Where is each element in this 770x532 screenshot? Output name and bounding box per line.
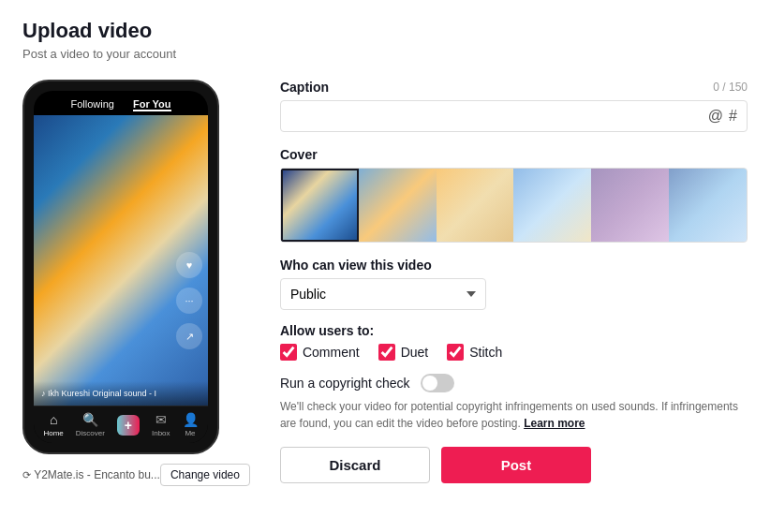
right-panel: Caption 0 / 150 @ # Cover [280, 80, 748, 483]
cover-frame-4[interactable] [591, 169, 669, 242]
phone-nav-add[interactable]: + [117, 415, 140, 436]
allow-label: Allow users to: [280, 323, 748, 338]
action-buttons: Discard Post [280, 447, 748, 483]
who-view-dropdown[interactable]: Public Friends Private [280, 278, 486, 310]
phone-right-icons: ♥ ··· ↗ [176, 252, 202, 349]
allow-comment[interactable]: Comment [280, 344, 360, 361]
char-count: 0 / 150 [713, 81, 748, 94]
who-view-label: Who can view this video [280, 258, 748, 273]
change-video-button[interactable]: Change video [160, 464, 250, 486]
phone-mockup: Following For You ♥ ··· ↗ ♪ Ikh Kureshi … [22, 80, 219, 454]
copyright-header: Run a copyright check [280, 374, 748, 392]
cover-frame-5[interactable] [669, 169, 747, 242]
phone-video-overlay: ♪ Ikh Kureshi Original sound - I [34, 381, 208, 406]
clock-icon: ⟳ [22, 469, 31, 480]
phone-video-area: ♥ ··· ↗ ♪ Ikh Kureshi Original sound - I [34, 115, 208, 406]
phone-screen: Following For You ♥ ··· ↗ ♪ Ikh Kureshi … [34, 91, 208, 443]
phone-nav-home-label: Home [43, 429, 63, 437]
cover-label: Cover [280, 147, 748, 162]
copyright-section: Run a copyright check We'll check your v… [280, 374, 748, 432]
duet-checkbox[interactable] [378, 344, 395, 361]
phone-nav-for-you: For You [133, 98, 171, 111]
discover-icon: 🔍 [82, 412, 98, 427]
profile-icon: 👤 [183, 412, 199, 427]
caption-icons: @ # [699, 108, 747, 125]
phone-bottom-bar: ⌂ Home 🔍 Discover + ✉ Inbox 👤 Me [34, 406, 208, 443]
cover-frame-0[interactable] [281, 169, 359, 242]
page-subtitle: Post a video to your account [22, 47, 748, 61]
phone-nav-home: ⌂ Home [43, 412, 63, 437]
discard-button[interactable]: Discard [280, 447, 430, 483]
copyright-description: We'll check your video for potential cop… [280, 398, 748, 432]
stitch-label: Stitch [469, 345, 502, 360]
phone-nav-me: 👤 Me [183, 412, 199, 437]
hash-icon[interactable]: # [729, 108, 737, 125]
caption-label-row: Caption 0 / 150 [280, 80, 748, 95]
video-filename: ⟳ Y2Mate.is - Encanto bu... [22, 468, 160, 481]
caption-label: Caption [280, 80, 329, 95]
duet-label: Duet [401, 345, 429, 360]
phone-nav-me-label: Me [185, 429, 195, 437]
cover-section: Cover [280, 147, 748, 243]
comment-label: Comment [303, 345, 360, 360]
allow-stitch[interactable]: Stitch [447, 344, 502, 361]
phone-song-info: ♪ Ikh Kureshi Original sound - I [41, 389, 200, 398]
page-title: Upload video [22, 19, 748, 43]
cover-frame-2[interactable] [437, 169, 514, 242]
cover-frame-1[interactable] [359, 169, 437, 242]
phone-nav-inbox-label: Inbox [152, 429, 170, 437]
comment-checkbox[interactable] [280, 344, 297, 361]
allow-section: Allow users to: Comment Duet Stitch [280, 323, 748, 361]
phone-heart-icon: ♥ [176, 252, 202, 278]
phone-comment-icon: ··· [176, 288, 202, 314]
copyright-label: Run a copyright check [280, 376, 410, 391]
post-button[interactable]: Post [441, 447, 591, 483]
caption-input[interactable] [281, 101, 699, 131]
phone-share-icon: ↗ [176, 323, 202, 349]
caption-input-wrap: @ # [280, 100, 748, 132]
cover-frame-3[interactable] [513, 169, 591, 242]
copyright-toggle[interactable] [421, 374, 454, 392]
who-view-section: Who can view this video Public Friends P… [280, 258, 748, 310]
phone-column: Following For You ♥ ··· ↗ ♪ Ikh Kureshi … [22, 80, 250, 486]
home-icon: ⌂ [50, 412, 57, 427]
phone-nav-inbox: ✉ Inbox [152, 412, 170, 437]
stitch-checkbox[interactable] [447, 344, 464, 361]
at-icon[interactable]: @ [708, 108, 723, 125]
cover-strip[interactable] [280, 168, 748, 243]
allow-options: Comment Duet Stitch [280, 344, 748, 361]
phone-top-bar: Following For You [34, 91, 208, 115]
learn-more-link[interactable]: Learn more [524, 417, 585, 430]
phone-label-row: ⟳ Y2Mate.is - Encanto bu... Change video [22, 464, 250, 486]
phone-nav-discover: 🔍 Discover [76, 412, 105, 437]
phone-nav-following: Following [70, 98, 113, 111]
allow-duet[interactable]: Duet [378, 344, 429, 361]
phone-nav-discover-label: Discover [76, 429, 105, 437]
main-layout: Following For You ♥ ··· ↗ ♪ Ikh Kureshi … [22, 80, 748, 486]
inbox-icon: ✉ [155, 412, 167, 427]
